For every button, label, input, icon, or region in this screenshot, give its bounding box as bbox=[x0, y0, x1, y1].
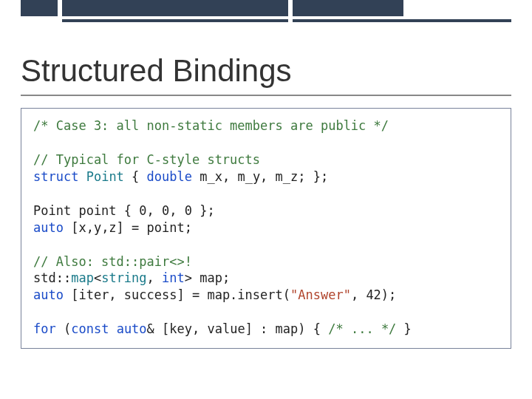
code-keyword: auto bbox=[33, 220, 64, 235]
code-text bbox=[109, 321, 116, 336]
code-keyword: auto bbox=[117, 321, 147, 336]
code-text: , bbox=[147, 203, 162, 218]
code-type: map bbox=[71, 270, 94, 285]
code-keyword: for bbox=[33, 321, 56, 336]
deco-bar bbox=[21, 3, 58, 16]
code-text: < bbox=[94, 270, 101, 285]
code-text: ( bbox=[56, 321, 71, 336]
code-number: 0 bbox=[139, 203, 146, 218]
code-keyword: const bbox=[71, 321, 109, 336]
code-comment: /* ... */ bbox=[328, 321, 396, 336]
code-text: > map; bbox=[185, 270, 230, 285]
code-text: [iter, success] = map.insert( bbox=[64, 287, 290, 302]
code-keyword: double bbox=[147, 169, 192, 184]
title-underline bbox=[21, 95, 511, 96]
code-number: 42 bbox=[366, 287, 381, 302]
deco-bar bbox=[62, 3, 288, 16]
code-text: } bbox=[396, 321, 411, 336]
code-keyword: auto bbox=[33, 287, 64, 302]
code-text: , bbox=[169, 203, 184, 218]
code-text: }; bbox=[192, 203, 215, 218]
code-text: ); bbox=[381, 287, 396, 302]
code-text: std:: bbox=[33, 270, 71, 285]
code-text: [x,y,z] = point; bbox=[64, 220, 192, 235]
code-string: "Answer" bbox=[290, 287, 351, 302]
code-text: , bbox=[351, 287, 366, 302]
code-text: , bbox=[147, 270, 162, 285]
code-block: /* Case 3: all non-static members are pu… bbox=[21, 108, 511, 349]
code-comment: // Also: std::pair<>! bbox=[33, 254, 192, 269]
code-text: Point point { bbox=[33, 203, 139, 218]
deco-bar bbox=[293, 3, 403, 16]
code-type: string bbox=[101, 270, 146, 285]
code-keyword: struct bbox=[33, 169, 78, 184]
deco-bar bbox=[293, 19, 511, 22]
deco-bar bbox=[62, 19, 288, 22]
code-number: 0 bbox=[185, 203, 192, 218]
code-keyword: int bbox=[162, 270, 185, 285]
header-decoration bbox=[0, 0, 532, 27]
code-text: & [key, value] : map) { bbox=[147, 321, 329, 336]
slide: Structured Bindings /* Case 3: all non-s… bbox=[0, 0, 532, 399]
code-comment: // Typical for C-style structs bbox=[33, 152, 260, 167]
code-text: m_x, m_y, m_z; }; bbox=[192, 169, 328, 184]
code-number: 0 bbox=[162, 203, 169, 218]
code-type: Point bbox=[86, 169, 124, 184]
page-title: Structured Bindings bbox=[21, 53, 292, 89]
code-text: { bbox=[124, 169, 147, 184]
code-comment: /* Case 3: all non-static members are pu… bbox=[33, 118, 389, 133]
